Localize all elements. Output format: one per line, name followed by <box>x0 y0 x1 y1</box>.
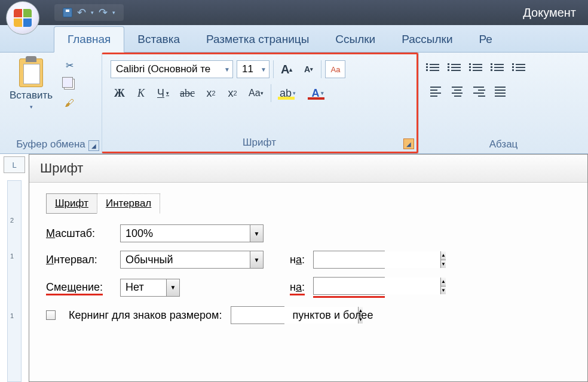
spin-up-icon[interactable]: ▲ <box>441 251 446 260</box>
dialog-tab-font[interactable]: Шрифт <box>46 193 97 214</box>
subscript-button[interactable]: x2 <box>202 84 220 102</box>
document-area: L 2 1 1 Шрифт Шрифт Интервал Масштаб: 10… <box>0 154 588 382</box>
kerning-suffix: пунктов и более <box>293 309 373 322</box>
clipboard-group-label: Буфер обмена <box>5 136 97 153</box>
tab-home[interactable]: Главная <box>54 26 124 53</box>
tab-mailings[interactable]: Рассылки <box>388 27 466 52</box>
document-title: Документ <box>523 6 576 20</box>
position-by-spinner[interactable]: ▲▼ <box>313 277 385 295</box>
position-label: Смещение: <box>46 281 112 294</box>
save-icon[interactable] <box>63 8 72 17</box>
increase-indent-button[interactable] <box>513 58 531 76</box>
dialog-tab-interval[interactable]: Интервал <box>97 193 160 214</box>
font-name-value: Calibri (Основной те <box>116 63 210 75</box>
separator <box>271 84 271 102</box>
align-right-button[interactable] <box>470 82 488 100</box>
spin-up-icon[interactable]: ▲ <box>441 278 446 286</box>
chevron-down-icon[interactable]: ▼ <box>257 66 267 73</box>
scale-label: Масштаб: <box>46 227 112 240</box>
paste-label: Вставить <box>10 90 53 101</box>
grow-font-button[interactable]: A▴ <box>277 60 296 78</box>
font-color-button[interactable]: A▾ <box>305 84 331 102</box>
left-rail: L 2 1 1 <box>0 154 29 382</box>
undo-dropdown-icon[interactable]: ▾ <box>91 10 94 16</box>
spin-down-icon[interactable]: ▼ <box>441 260 446 269</box>
ruler-corner[interactable]: L <box>4 156 25 173</box>
paste-button[interactable]: Вставить ▾ <box>5 56 57 112</box>
copy-button[interactable] <box>62 78 76 91</box>
vertical-ruler: 2 1 1 <box>7 180 22 382</box>
title-bar: ↶ ▾ ↷ ▾ Документ <box>0 0 588 25</box>
font-group-label: Шрифт <box>107 134 412 151</box>
position-value: Нет <box>125 281 144 294</box>
italic-button[interactable]: К <box>132 84 150 102</box>
tab-layout[interactable]: Разметка страницы <box>193 27 322 52</box>
align-left-button[interactable] <box>427 82 445 100</box>
clear-formatting-button[interactable]: Aa <box>325 60 345 78</box>
superscript-button[interactable]: x2 <box>223 84 241 102</box>
chevron-down-icon[interactable]: ▼ <box>250 251 263 268</box>
paragraph-group-label: Абзац <box>424 136 583 153</box>
numbering-button[interactable] <box>449 58 467 76</box>
group-clipboard: Вставить ▾ ✂ 🖌 Буфер обмена ◢ <box>0 53 102 153</box>
chevron-down-icon[interactable]: ▼ <box>166 279 179 296</box>
change-case-button[interactable]: Aa▾ <box>245 84 267 102</box>
group-font: Calibri (Основной те ▼ 11 ▼ A▴ A▾ Aa Ж К… <box>102 53 418 153</box>
quick-access-toolbar: ↶ ▾ ↷ ▾ <box>54 4 124 21</box>
multilevel-button[interactable] <box>470 58 488 76</box>
scale-dropdown[interactable]: 100% ▼ <box>120 224 264 242</box>
shrink-font-button[interactable]: A▾ <box>299 60 317 78</box>
dialog-title: Шрифт <box>29 155 587 183</box>
kerning-row: Кернинг для знаков размером: ▲▼ пунктов … <box>46 306 571 324</box>
copy-icon <box>64 79 75 90</box>
cut-button[interactable]: ✂ <box>62 58 76 72</box>
font-size-combo[interactable]: 11 ▼ <box>237 60 270 78</box>
bullets-button[interactable] <box>427 58 445 76</box>
format-painter-button[interactable]: 🖌 <box>62 97 76 110</box>
dialog-tabs: Шрифт Интервал <box>46 193 571 214</box>
position-by-label: на: <box>290 281 305 294</box>
undo-icon[interactable]: ↶ <box>77 6 86 19</box>
office-button[interactable] <box>6 1 39 35</box>
tab-review[interactable]: Ре <box>466 27 506 52</box>
kerning-label: Кернинг для знаков размером: <box>69 309 222 322</box>
font-name-combo[interactable]: Calibri (Основной те ▼ <box>111 60 233 78</box>
spacing-dropdown[interactable]: Обычный ▼ <box>120 251 264 269</box>
spacing-row: Интервал: Обычный ▼ на: ▲▼ <box>46 251 571 269</box>
highlight-button[interactable]: ab▾ <box>275 84 301 102</box>
decrease-indent-button[interactable] <box>492 58 510 76</box>
spacing-by-spinner[interactable]: ▲▼ <box>313 251 385 269</box>
clipboard-launcher[interactable]: ◢ <box>88 140 99 151</box>
ribbon-tabs: Главная Вставка Разметка страницы Ссылки… <box>0 25 588 53</box>
paste-dropdown-icon[interactable]: ▾ <box>30 104 33 110</box>
qat-customize-icon[interactable]: ▾ <box>112 10 115 16</box>
bold-button[interactable]: Ж <box>111 84 128 102</box>
spacing-by-label: на: <box>290 254 305 266</box>
redo-icon[interactable]: ↷ <box>99 6 108 19</box>
font-launcher[interactable]: ◢ <box>403 138 414 149</box>
position-dropdown[interactable]: Нет ▼ <box>120 279 180 297</box>
chevron-down-icon[interactable]: ▼ <box>220 66 230 73</box>
spin-down-icon[interactable]: ▼ <box>441 286 446 295</box>
kerning-spinner[interactable]: ▲▼ <box>231 306 284 324</box>
underline-button[interactable]: Ч▾ <box>154 84 173 102</box>
spacing-value: Обычный <box>125 254 173 266</box>
tab-insert[interactable]: Вставка <box>124 27 193 52</box>
tab-references[interactable]: Ссылки <box>322 27 388 52</box>
justify-button[interactable] <box>492 82 510 100</box>
scale-value: 100% <box>125 227 153 240</box>
position-by-input[interactable] <box>314 278 440 294</box>
strikethrough-button[interactable]: abc <box>176 84 198 102</box>
separator <box>321 60 321 78</box>
ribbon: Вставить ▾ ✂ 🖌 Буфер обмена ◢ Calibri (О… <box>0 53 588 154</box>
spacing-label: Интервал: <box>46 254 112 266</box>
align-center-button[interactable] <box>449 82 467 100</box>
chevron-down-icon[interactable]: ▼ <box>250 225 263 242</box>
kerning-checkbox[interactable] <box>46 310 56 320</box>
group-paragraph: Абзац <box>418 53 588 153</box>
position-row: Смещение: Нет ▼ на: ▲▼ <box>46 277 571 298</box>
spacing-by-input[interactable] <box>314 251 440 268</box>
office-logo-icon <box>14 9 32 27</box>
separator <box>273 60 274 78</box>
font-dialog: Шрифт Шрифт Интервал Масштаб: 100% ▼ Инт… <box>29 154 588 382</box>
